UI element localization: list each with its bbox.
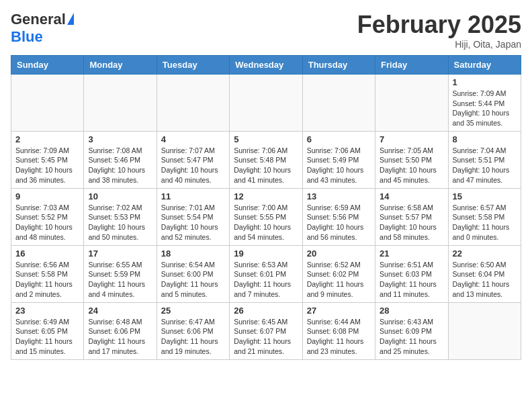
calendar-cell: [157, 75, 229, 132]
day-number: 15: [453, 191, 517, 201]
day-info: Sunrise: 6:44 AM Sunset: 6:08 PM Dayligh…: [307, 317, 371, 357]
calendar-cell: 9Sunrise: 7:03 AM Sunset: 5:52 PM Daylig…: [11, 188, 84, 245]
logo-triangle-icon: [67, 13, 74, 25]
day-info: Sunrise: 6:59 AM Sunset: 5:56 PM Dayligh…: [307, 203, 371, 242]
day-info: Sunrise: 7:08 AM Sunset: 5:46 PM Dayligh…: [88, 146, 152, 185]
day-info: Sunrise: 6:48 AM Sunset: 6:06 PM Dayligh…: [88, 317, 152, 357]
day-number: 16: [15, 248, 79, 259]
calendar-cell: 21Sunrise: 6:51 AM Sunset: 6:03 PM Dayli…: [375, 245, 448, 302]
day-number: 19: [234, 248, 298, 259]
logo: General Blue: [11, 11, 74, 46]
calendar-cell: 4Sunrise: 7:07 AM Sunset: 5:47 PM Daylig…: [157, 131, 229, 188]
calendar-cell: 15Sunrise: 6:57 AM Sunset: 5:58 PM Dayli…: [448, 188, 521, 245]
day-info: Sunrise: 6:51 AM Sunset: 6:03 PM Dayligh…: [380, 260, 443, 300]
calendar-cell: 28Sunrise: 6:43 AM Sunset: 6:09 PM Dayli…: [375, 302, 448, 359]
calendar-cell: 17Sunrise: 6:55 AM Sunset: 5:59 PM Dayli…: [84, 245, 157, 302]
calendar-cell: [448, 302, 521, 359]
day-info: Sunrise: 6:43 AM Sunset: 6:09 PM Dayligh…: [380, 317, 443, 357]
day-number: 20: [307, 248, 371, 259]
day-info: Sunrise: 6:54 AM Sunset: 6:00 PM Dayligh…: [161, 260, 225, 300]
calendar-cell: 24Sunrise: 6:48 AM Sunset: 6:06 PM Dayli…: [84, 302, 157, 359]
day-info: Sunrise: 7:07 AM Sunset: 5:47 PM Dayligh…: [161, 146, 225, 185]
day-number: 8: [453, 134, 517, 144]
calendar-week-row: 16Sunrise: 6:56 AM Sunset: 5:58 PM Dayli…: [11, 245, 521, 302]
calendar-cell: 18Sunrise: 6:54 AM Sunset: 6:00 PM Dayli…: [157, 245, 229, 302]
day-info: Sunrise: 6:53 AM Sunset: 6:01 PM Dayligh…: [234, 260, 298, 300]
day-number: 2: [15, 134, 79, 144]
calendar-cell: 25Sunrise: 6:47 AM Sunset: 6:06 PM Dayli…: [157, 302, 229, 359]
day-info: Sunrise: 7:06 AM Sunset: 5:49 PM Dayligh…: [307, 146, 371, 185]
day-info: Sunrise: 6:45 AM Sunset: 6:07 PM Dayligh…: [234, 317, 298, 357]
day-number: 23: [15, 306, 79, 316]
calendar-header-row: SundayMondayTuesdayWednesdayThursdayFrid…: [11, 56, 521, 75]
day-of-week-header: Tuesday: [157, 56, 229, 75]
calendar-cell: [230, 75, 302, 132]
day-info: Sunrise: 7:03 AM Sunset: 5:52 PM Dayligh…: [15, 203, 79, 242]
day-info: Sunrise: 7:00 AM Sunset: 5:55 PM Dayligh…: [234, 203, 298, 242]
calendar-cell: 14Sunrise: 6:58 AM Sunset: 5:57 PM Dayli…: [375, 188, 448, 245]
calendar-week-row: 9Sunrise: 7:03 AM Sunset: 5:52 PM Daylig…: [11, 188, 521, 245]
day-of-week-header: Wednesday: [230, 56, 302, 75]
day-of-week-header: Thursday: [302, 56, 375, 75]
calendar-cell: 11Sunrise: 7:01 AM Sunset: 5:54 PM Dayli…: [157, 188, 229, 245]
calendar-cell: 12Sunrise: 7:00 AM Sunset: 5:55 PM Dayli…: [230, 188, 302, 245]
day-number: 17: [88, 248, 152, 259]
calendar-week-row: 1Sunrise: 7:09 AM Sunset: 5:44 PM Daylig…: [11, 75, 521, 132]
day-number: 12: [234, 191, 298, 201]
day-info: Sunrise: 7:02 AM Sunset: 5:53 PM Dayligh…: [88, 203, 152, 242]
day-number: 10: [88, 191, 152, 201]
calendar-cell: [84, 75, 157, 132]
day-info: Sunrise: 7:01 AM Sunset: 5:54 PM Dayligh…: [161, 203, 225, 242]
day-of-week-header: Friday: [375, 56, 448, 75]
calendar-cell: 2Sunrise: 7:09 AM Sunset: 5:45 PM Daylig…: [11, 131, 84, 188]
day-info: Sunrise: 6:47 AM Sunset: 6:06 PM Dayligh…: [161, 317, 225, 357]
day-number: 24: [88, 306, 152, 316]
day-number: 26: [234, 306, 298, 316]
day-info: Sunrise: 7:06 AM Sunset: 5:48 PM Dayligh…: [234, 146, 298, 185]
calendar-cell: 8Sunrise: 7:04 AM Sunset: 5:51 PM Daylig…: [448, 131, 521, 188]
calendar-cell: 20Sunrise: 6:52 AM Sunset: 6:02 PM Dayli…: [302, 245, 375, 302]
day-of-week-header: Sunday: [11, 56, 84, 75]
page-header: General Blue February 2025 Hiji, Oita, J…: [11, 11, 521, 50]
day-info: Sunrise: 7:09 AM Sunset: 5:45 PM Dayligh…: [15, 146, 79, 185]
calendar-cell: [375, 75, 448, 132]
day-number: 27: [307, 306, 371, 316]
calendar-cell: [11, 75, 84, 132]
calendar-cell: 1Sunrise: 7:09 AM Sunset: 5:44 PM Daylig…: [448, 75, 521, 132]
day-of-week-header: Monday: [84, 56, 157, 75]
day-number: 28: [380, 306, 443, 316]
calendar-cell: 19Sunrise: 6:53 AM Sunset: 6:01 PM Dayli…: [230, 245, 302, 302]
logo-blue-text: Blue: [11, 28, 43, 46]
calendar-cell: [302, 75, 375, 132]
calendar-week-row: 2Sunrise: 7:09 AM Sunset: 5:45 PM Daylig…: [11, 131, 521, 188]
day-number: 25: [161, 306, 225, 316]
day-number: 9: [15, 191, 79, 201]
day-of-week-header: Saturday: [448, 56, 521, 75]
day-info: Sunrise: 6:52 AM Sunset: 6:02 PM Dayligh…: [307, 260, 371, 300]
day-number: 13: [307, 191, 371, 201]
day-info: Sunrise: 7:05 AM Sunset: 5:50 PM Dayligh…: [380, 146, 443, 185]
month-title: February 2025: [357, 11, 521, 39]
day-number: 4: [161, 134, 225, 144]
day-number: 14: [380, 191, 443, 201]
calendar-cell: 6Sunrise: 7:06 AM Sunset: 5:49 PM Daylig…: [302, 131, 375, 188]
calendar-week-row: 23Sunrise: 6:49 AM Sunset: 6:05 PM Dayli…: [11, 302, 521, 359]
calendar-cell: 26Sunrise: 6:45 AM Sunset: 6:07 PM Dayli…: [230, 302, 302, 359]
day-number: 6: [307, 134, 371, 144]
calendar-cell: 10Sunrise: 7:02 AM Sunset: 5:53 PM Dayli…: [84, 188, 157, 245]
day-number: 5: [234, 134, 298, 144]
calendar-cell: 16Sunrise: 6:56 AM Sunset: 5:58 PM Dayli…: [11, 245, 84, 302]
day-info: Sunrise: 6:50 AM Sunset: 6:04 PM Dayligh…: [453, 260, 517, 300]
location: Hiji, Oita, Japan: [357, 39, 521, 50]
day-info: Sunrise: 6:49 AM Sunset: 6:05 PM Dayligh…: [15, 317, 79, 357]
day-info: Sunrise: 6:55 AM Sunset: 5:59 PM Dayligh…: [88, 260, 152, 300]
day-number: 22: [453, 248, 517, 259]
day-info: Sunrise: 6:56 AM Sunset: 5:58 PM Dayligh…: [15, 260, 79, 300]
logo-general-text: General: [11, 11, 66, 28]
day-number: 18: [161, 248, 225, 259]
calendar-cell: 27Sunrise: 6:44 AM Sunset: 6:08 PM Dayli…: [302, 302, 375, 359]
day-number: 21: [380, 248, 443, 259]
calendar-table: SundayMondayTuesdayWednesdayThursdayFrid…: [11, 55, 521, 360]
day-number: 1: [453, 77, 517, 87]
calendar-cell: 3Sunrise: 7:08 AM Sunset: 5:46 PM Daylig…: [84, 131, 157, 188]
